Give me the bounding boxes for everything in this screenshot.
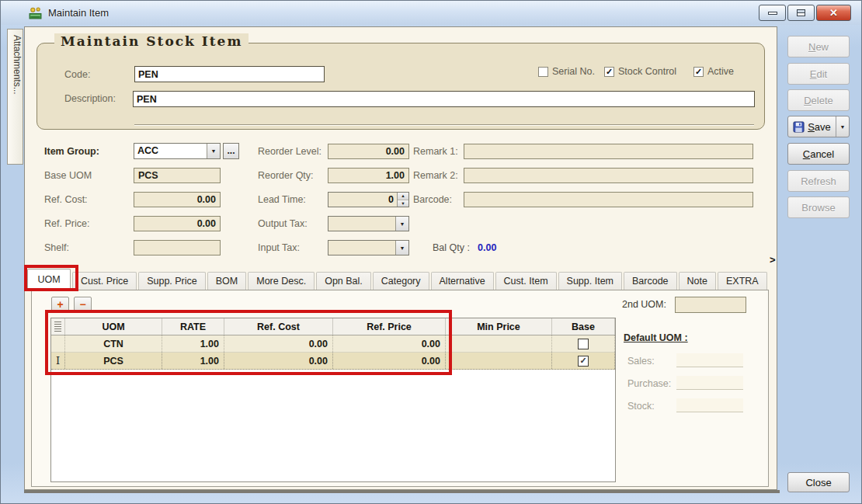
fieldset-divider [134,124,754,126]
stock-control-checkbox[interactable]: ✓ Stock Control [604,66,676,77]
refresh-button: Refresh [787,170,850,192]
active-label: Active [707,66,734,77]
reorder-level-field[interactable]: 0.00 [328,144,409,159]
active-box: ✓ [693,67,704,77]
delete-row-button[interactable]: − [74,297,92,312]
shelf-field[interactable] [134,240,221,255]
default-uom-stock-field[interactable] [676,398,743,412]
cell-ref-cost[interactable]: 0.00 [224,353,333,369]
serial-no-checkbox[interactable]: Serial No. [538,66,595,77]
cell-rate[interactable]: 1.00 [162,353,224,369]
item-group-dropdown-icon[interactable]: ▼ [207,144,220,158]
col-ref-cost[interactable]: Ref. Cost [224,318,333,335]
cell-base-checkbox[interactable] [552,335,615,352]
second-uom-field[interactable] [675,297,746,313]
tab-bom[interactable]: BOM [207,272,246,290]
spin-down-icon[interactable]: ▼ [398,200,408,207]
lead-time-spinner[interactable]: 0 ▲ ▼ [328,192,409,207]
titlebar: Maintain Item ✕ [1,1,861,25]
window-title: Maintain Item [48,7,109,19]
cell-min-price[interactable] [446,353,552,369]
description-input[interactable] [133,91,755,107]
tab-cust-price[interactable]: Cust. Price [72,272,137,290]
cell-ref-cost[interactable]: 0.00 [224,335,333,352]
code-label: Code: [64,69,90,80]
input-tax-dropdown-icon[interactable]: ▼ [395,241,408,255]
remark2-field[interactable] [464,168,753,183]
default-uom-heading: Default UOM : [624,332,688,343]
tab-extra[interactable]: EXTRA [718,272,767,290]
cancel-button[interactable]: Cancel [787,143,850,165]
remark2-label: Remark 2: [413,170,458,181]
save-dropdown-icon[interactable]: ▼ [836,116,849,137]
remark1-field[interactable] [464,144,753,159]
maximize-icon [797,9,805,16]
output-tax-dropdown-icon[interactable]: ▼ [395,217,408,231]
table-row-selected[interactable]: I PCS 1.00 0.00 0.00 ✓ [51,353,615,370]
close-window-button[interactable]: ✕ [816,5,851,21]
table-row[interactable]: CTN 1.00 0.00 0.00 [51,335,615,353]
ref-cost-field[interactable]: 0.00 [134,192,221,207]
minimize-button[interactable] [759,5,786,21]
cell-ref-price[interactable]: 0.00 [333,353,446,369]
new-button: New [787,36,850,57]
col-uom[interactable]: UOM [65,318,162,335]
lead-time-spin-buttons[interactable]: ▲ ▼ [397,193,408,207]
tab-supp-item[interactable]: Supp. Item [558,272,622,290]
ref-price-field[interactable]: 0.00 [134,216,221,231]
tab-note[interactable]: Note [679,272,716,290]
cell-uom[interactable]: CTN [65,335,162,352]
add-row-button[interactable]: + [51,297,69,312]
save-button[interactable]: Save ▼ [787,116,850,137]
minimize-icon [768,12,777,15]
output-tax-combo[interactable]: ▼ [328,216,409,231]
save-label: Save [808,121,831,133]
tab-category[interactable]: Category [373,272,429,290]
cell-rate[interactable]: 1.00 [162,335,224,352]
tab-more-desc[interactable]: More Desc. [248,272,315,290]
attachments-tab[interactable]: Attachments... [7,29,23,165]
col-min-price[interactable]: Min Price [446,318,552,335]
serial-no-label: Serial No. [552,66,595,77]
code-input[interactable] [134,66,325,82]
default-uom-sales-field[interactable] [676,353,743,367]
description-label: Description: [64,93,116,104]
reorder-level-label: Reorder Level: [258,146,322,157]
tab-barcode[interactable]: Barcode [624,272,677,290]
cell-ref-price[interactable]: 0.00 [333,335,446,352]
base-uom-label: Base UOM [44,170,92,181]
lead-time-label: Lead Time: [258,194,306,205]
uom-grid-header: UOM RATE Ref. Cost Ref. Price Min Price … [51,318,615,335]
tab-alternative[interactable]: Alternative [431,272,494,290]
col-base[interactable]: Base [552,318,615,335]
tab-uom[interactable]: UOM [27,269,71,290]
collapse-panel-chevron[interactable]: > [770,254,776,266]
cell-uom[interactable]: PCS [65,353,162,369]
default-uom-purchase-field[interactable] [676,376,743,390]
col-rate[interactable]: RATE [162,318,224,335]
row-indicator [51,335,65,352]
reorder-qty-field[interactable]: 1.00 [328,168,409,183]
active-checkbox[interactable]: ✓ Active [693,66,734,77]
tab-supp-price[interactable]: Supp. Price [138,272,206,290]
detail-tabstrip: UOM Cust. Price Supp. Price BOM More Des… [27,269,767,290]
row-grip-icon [51,318,65,335]
cell-base-checkbox[interactable]: ✓ [552,353,615,369]
base-uom-field[interactable]: PCS [134,168,221,183]
stock-item-fieldset: Maintain Stock Item Code: Description: S… [36,43,765,130]
item-group-browse-button[interactable]: ... [223,143,239,159]
window-inner-edge [24,490,780,493]
col-ref-price[interactable]: Ref. Price [333,318,446,335]
base-checked-box: ✓ [578,356,589,367]
close-button[interactable]: Close [787,472,850,492]
maximize-button[interactable] [787,5,815,21]
output-tax-label: Output Tax: [258,218,308,229]
barcode-field[interactable] [464,192,753,207]
spin-up-icon[interactable]: ▲ [398,193,408,200]
cell-min-price[interactable] [446,335,552,352]
tab-cust-item[interactable]: Cust. Item [495,272,557,290]
input-tax-combo[interactable]: ▼ [328,240,409,255]
tab-opn-bal[interactable]: Opn Bal. [316,272,371,290]
app-icon [29,6,42,19]
item-group-combo[interactable]: ACC ▼ [134,143,221,159]
